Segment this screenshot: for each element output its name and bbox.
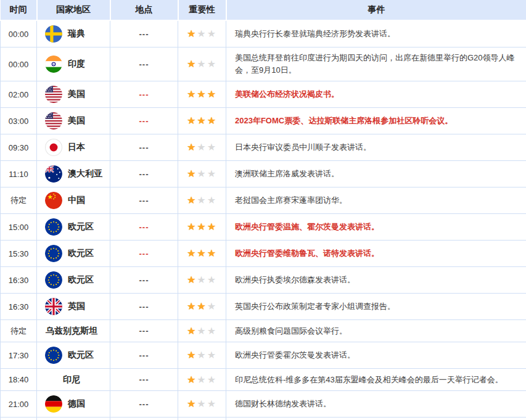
star-filled-icon: ★ [187, 248, 197, 258]
country-cell: 瑞典 [37, 20, 110, 47]
star-empty-icon: ★ [197, 28, 207, 39]
country-cell: 印尼 [37, 369, 110, 391]
flag-eu-icon [45, 271, 62, 289]
event-description: 老挝国会主席赛宋蓬率团访华。 [226, 187, 526, 214]
star-filled-icon: ★ [187, 350, 197, 360]
location-value: --- [110, 241, 178, 267]
event-description: 欧洲央行管委维勒鲁瓦、诺特发表讲话。 [226, 241, 526, 267]
calendar-row[interactable]: 00:00 瑞典 --- ★★★ 瑞典央行行长泰登就瑞典经济形势发表讲话。 [1, 20, 526, 47]
star-filled-icon: ★ [207, 115, 217, 126]
calendar-row[interactable]: 17:30 欧元区 --- ★★★ 欧洲央行管委霍尔茨曼发表讲话。 [1, 342, 526, 369]
importance-cell: ★★★ [178, 214, 226, 241]
calendar-row[interactable]: 09:30 日本 --- ★★★ 日本央行审议委员中川顺子发表讲话。 [1, 134, 526, 161]
event-time: 22:00 [1, 418, 37, 420]
flag-uk-icon [45, 298, 62, 315]
flag-japan-icon [45, 139, 62, 156]
calendar-row[interactable]: 02:00 美国 --- ★★★ 美联储公布经济状况褐皮书。 [1, 81, 526, 108]
economic-calendar-table: 时间 国家地区 地点 重要性 事件 00:00 瑞典 --- ★★★ 瑞典央行行… [0, 0, 526, 420]
column-header-time: 时间 [1, 0, 37, 20]
location-value: --- [110, 267, 178, 294]
location-value: --- [110, 161, 178, 187]
location-value: --- [110, 294, 178, 320]
country-cell: 欧元区 [37, 214, 110, 241]
event-time: 21:00 [1, 391, 37, 418]
location-value: --- [110, 342, 178, 369]
star-filled-icon: ★ [187, 168, 197, 179]
flag-eu-icon [45, 218, 62, 236]
star-filled-icon: ★ [187, 115, 197, 126]
event-description: 德国财长林德纳发表讲话。 [226, 391, 526, 418]
importance-cell: ★★★ [178, 391, 226, 418]
event-description: 欧洲央行管委温施、霍尔茨曼发表讲话。 [226, 214, 526, 241]
country-name: 日本 [68, 142, 85, 153]
star-empty-icon: ★ [207, 59, 217, 69]
country-name: 欧元区 [68, 274, 94, 286]
country-cell: 英国 [37, 294, 110, 320]
star-empty-icon: ★ [207, 168, 217, 179]
event-description: 2023年FOMC票委、达拉斯联储主席洛根参加社区聆听会议。 [226, 108, 526, 134]
country-cell: 乌兹别克斯坦 [37, 320, 110, 342]
importance-stars-icon: ★★★ [187, 374, 217, 385]
column-header-country: 国家地区 [37, 0, 110, 20]
calendar-row[interactable]: 03:00 美国 --- ★★★ 2023年FOMC票委、达拉斯联储主席洛根参加… [1, 108, 526, 134]
star-filled-icon: ★ [187, 374, 197, 385]
importance-stars-icon: ★★★ [187, 301, 217, 311]
calendar-row[interactable]: 15:00 欧元区 --- ★★★ 欧洲央行管委温施、霍尔茨曼发表讲话。 [1, 214, 526, 241]
star-filled-icon: ★ [187, 59, 197, 69]
event-time: 03:00 [1, 108, 37, 134]
calendar-row[interactable]: 15:30 欧元区 --- ★★★ 欧洲央行管委维勒鲁瓦、诺特发表讲话。 [1, 241, 526, 267]
country-cell: 德国 [37, 391, 110, 418]
star-empty-icon: ★ [207, 350, 217, 360]
event-description: 瑞典央行行长泰登就瑞典经济形势发表讲话。 [226, 20, 526, 47]
star-filled-icon: ★ [187, 89, 197, 99]
calendar-row[interactable]: 待定 中国 --- ★★★ 老挝国会主席赛宋蓬率团访华。 [1, 187, 526, 214]
event-description: 2023年FOMC票委、费城联储主席哈克就金融科技的未来发表讲话。 [226, 418, 526, 420]
calendar-row[interactable]: 21:00 德国 --- ★★★ 德国财长林德纳发表讲话。 [1, 391, 526, 418]
importance-cell: ★★★ [178, 267, 226, 294]
star-empty-icon: ★ [207, 326, 217, 336]
country-cell: 欧元区 [37, 241, 110, 267]
event-time: 17:30 [1, 342, 37, 369]
star-filled-icon: ★ [207, 221, 217, 232]
calendar-row[interactable]: 18:40 印尼 --- ★★★ 印尼总统佐科-维多多在第43届东盟峰会及相关峰… [1, 369, 526, 391]
event-time: 02:00 [1, 81, 37, 108]
flag-india-icon [45, 56, 62, 73]
importance-cell: ★★★ [178, 320, 226, 342]
location-value: --- [110, 108, 178, 134]
importance-cell: ★★★ [178, 187, 226, 214]
column-header-event: 事件 [226, 0, 526, 20]
event-description: 英国央行公布政策制定者专家小组调查报告。 [226, 294, 526, 320]
importance-stars-icon: ★★★ [187, 142, 217, 152]
importance-stars-icon: ★★★ [187, 398, 217, 409]
calendar-row[interactable]: 16:30 英国 --- ★★★ 英国央行公布政策制定者专家小组调查报告。 [1, 294, 526, 320]
calendar-row[interactable]: 00:00 印度 --- ★★★ 美国总统拜登前往印度进行为期四天的访问，出席在… [1, 47, 526, 81]
country-name: 欧元区 [68, 350, 94, 361]
importance-cell: ★★★ [178, 20, 226, 47]
importance-cell: ★★★ [178, 342, 226, 369]
importance-cell: ★★★ [178, 241, 226, 267]
country-cell: 印度 [37, 47, 110, 81]
location-value: --- [110, 391, 178, 418]
star-filled-icon: ★ [197, 301, 207, 311]
location-value: --- [110, 214, 178, 241]
flag-usa-icon [45, 86, 62, 103]
star-empty-icon: ★ [197, 350, 207, 360]
calendar-row[interactable]: 16:30 欧元区 --- ★★★ 欧洲央行执委埃尔德森发表讲话。 [1, 267, 526, 294]
calendar-row[interactable]: 11:10 澳大利亚 --- ★★★ 澳洲联储主席洛威发表讲话。 [1, 161, 526, 187]
country-cell: 美国 [37, 418, 110, 420]
event-time: 15:30 [1, 241, 37, 267]
country-cell: 澳大利亚 [37, 161, 110, 187]
importance-stars-icon: ★★★ [187, 28, 217, 39]
calendar-row[interactable]: 22:00 美国 --- ★★★ 2023年FOMC票委、费城联储主席哈克就金融… [1, 418, 526, 420]
country-name: 欧元区 [68, 248, 94, 259]
flag-eu-icon [45, 347, 62, 364]
flag-sweden-icon [45, 25, 62, 43]
country-name: 印度 [68, 59, 85, 70]
country-name: 中国 [68, 195, 85, 206]
country-cell: 欧元区 [37, 342, 110, 369]
star-empty-icon: ★ [197, 398, 207, 409]
importance-stars-icon: ★★★ [187, 350, 217, 360]
star-filled-icon: ★ [187, 301, 197, 311]
star-empty-icon: ★ [207, 142, 217, 152]
calendar-row[interactable]: 待定 乌兹别克斯坦 --- ★★★ 高级别粮食问题国际会议举行。 [1, 320, 526, 342]
